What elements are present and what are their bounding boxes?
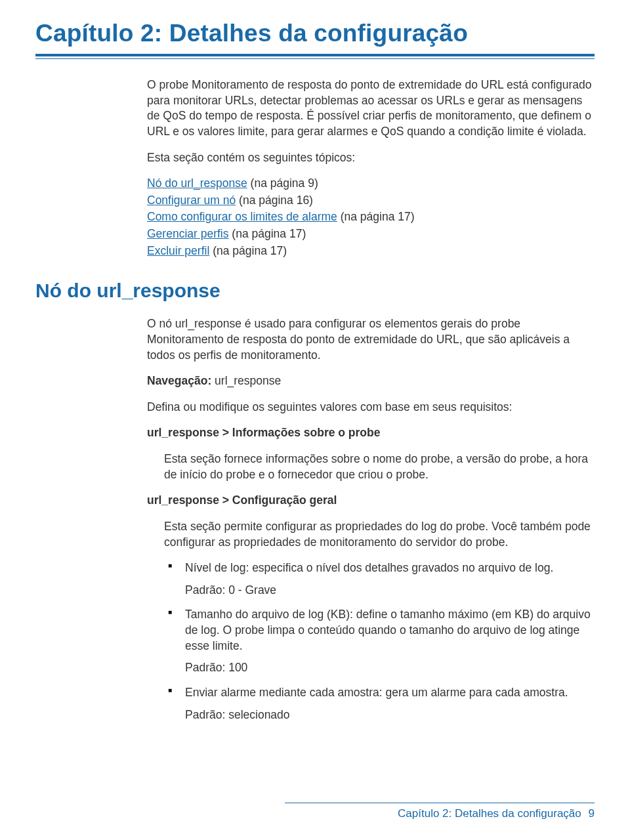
default-value: Padrão: 100 <box>185 660 595 676</box>
subsection-title-config-geral: url_response > Configuração geral <box>147 493 595 509</box>
toc-item: Configurar um nó (na página 16) <box>147 193 595 209</box>
toc-suffix: (na página 17) <box>209 244 287 257</box>
title-rule <box>35 54 595 59</box>
footer-rule <box>285 803 595 803</box>
toc-lead: Esta seção contém os seguintes tópicos: <box>147 150 595 166</box>
list-item: Enviar alarme mediante cada amostra: ger… <box>164 685 595 723</box>
toc-suffix: (na página 17) <box>337 210 415 223</box>
toc-suffix: (na página 9) <box>247 177 318 190</box>
default-value: Padrão: selecionado <box>185 707 595 723</box>
toc-list: Nó do url_response (na página 9) Configu… <box>147 176 595 259</box>
footer-page-number: 9 <box>589 807 595 820</box>
navigation-line: Navegação: url_response <box>147 373 595 389</box>
subsection-body: Esta seção fornece informações sobre o n… <box>164 452 595 482</box>
bullet-text: Enviar alarme mediante cada amostra: ger… <box>185 686 568 699</box>
chapter-intro: O probe Monitoramento de resposta do pon… <box>147 77 595 140</box>
toc-link-limites-alarme[interactable]: Como configurar os limites de alarme <box>147 210 337 223</box>
toc-item: Gerenciar perfis (na página 17) <box>147 226 595 242</box>
nav-value: url_response <box>211 374 281 387</box>
bullet-text: Nível de log: especifica o nível dos det… <box>185 561 553 574</box>
page-footer: Capítulo 2: Detalhes da configuração 9 <box>35 803 595 820</box>
nav-label: Navegação: <box>147 374 211 387</box>
chapter-title: Capítulo 2: Detalhes da configuração <box>35 20 595 47</box>
footer-text: Capítulo 2: Detalhes da configuração 9 <box>35 807 595 820</box>
toc-suffix: (na página 16) <box>236 194 313 207</box>
list-item: Nível de log: especifica o nível dos det… <box>164 560 595 598</box>
footer-chapter: Capítulo 2: Detalhes da configuração <box>398 807 581 820</box>
default-value: Padrão: 0 - Grave <box>185 583 595 598</box>
toc-item: Como configurar os limites de alarme (na… <box>147 209 595 225</box>
list-item: Tamanho do arquivo de log (KB): define o… <box>164 607 595 676</box>
bullet-text: Tamanho do arquivo de log (KB): define o… <box>185 608 591 652</box>
subsection-title-info-probe: url_response > Informações sobre o probe <box>147 425 595 441</box>
toc-link-url-response[interactable]: Nó do url_response <box>147 177 247 190</box>
toc-item: Excluir perfil (na página 17) <box>147 243 595 259</box>
toc-link-gerenciar-perfis[interactable]: Gerenciar perfis <box>147 227 229 240</box>
subsection-body: Esta seção permite configurar as proprie… <box>164 519 595 550</box>
toc-link-configurar-no[interactable]: Configurar um nó <box>147 194 236 207</box>
toc-link-excluir-perfil[interactable]: Excluir perfil <box>147 244 209 257</box>
section-body: O nó url_response é usado para configura… <box>147 316 595 723</box>
chapter-intro-block: O probe Monitoramento de resposta do pon… <box>147 77 595 259</box>
section-para: O nó url_response é usado para configura… <box>147 316 595 363</box>
toc-item: Nó do url_response (na página 9) <box>147 176 595 192</box>
section-para: Defina ou modifique os seguintes valores… <box>147 400 595 415</box>
toc-suffix: (na página 17) <box>229 227 306 240</box>
section-title-url-response: Nó do url_response <box>35 280 595 302</box>
bullet-list: Nível de log: especifica o nível dos det… <box>164 560 595 723</box>
